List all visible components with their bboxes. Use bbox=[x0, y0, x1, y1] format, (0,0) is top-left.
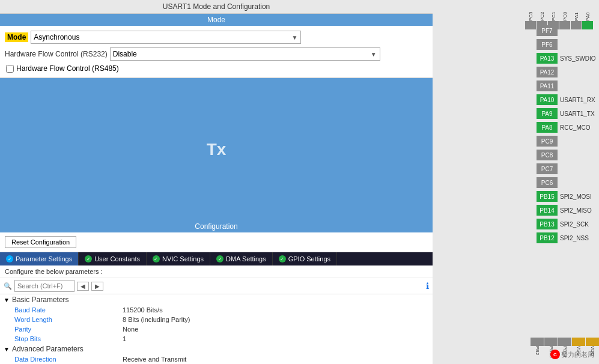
prev-result-button[interactable]: ◀ bbox=[77, 282, 89, 291]
pin-pa8: PA8 RCC_MCO bbox=[521, 121, 599, 134]
pin-pa10-box: PA10 bbox=[537, 94, 558, 105]
info-icon[interactable]: ℹ bbox=[426, 281, 429, 291]
pin-pb12: PB12 SPI2_NSS bbox=[521, 231, 599, 244]
table-row: Baud Rate 115200 Bits/s bbox=[0, 305, 433, 315]
tab-icon-gpio-settings: ✓ bbox=[279, 255, 286, 262]
pin-pa13-label: SYS_SWDIO bbox=[560, 55, 599, 62]
mode-select-wrapper[interactable]: Asynchronous ▼ bbox=[31, 31, 301, 44]
pin-bottom-pb10-box bbox=[544, 338, 558, 346]
search-magnifier-icon: 🔍 bbox=[4, 282, 12, 290]
tabs-bar: ✓ Parameter Settings ✓ User Constants ✓ … bbox=[0, 252, 433, 265]
basic-params-arrow-icon: ▼ bbox=[4, 297, 10, 303]
advanced-params-header[interactable]: ▼ Advanced Parameters bbox=[0, 344, 433, 354]
tab-dma-settings[interactable]: ✓ DMA Settings bbox=[210, 252, 273, 265]
advanced-params-group: ▼ Advanced Parameters Data Direction Rec… bbox=[0, 344, 433, 364]
params-area[interactable]: ▼ Basic Parameters Baud Rate 115200 Bits… bbox=[0, 294, 433, 364]
pin-pc8-box: PC8 bbox=[537, 150, 558, 160]
basic-params-group: ▼ Basic Parameters Baud Rate 115200 Bits… bbox=[0, 294, 433, 344]
pin-pc8: PC8 bbox=[521, 148, 599, 162]
tab-icon-nvic-settings: ✓ bbox=[153, 255, 160, 262]
pin-pa10-label: USART1_RX bbox=[560, 97, 599, 103]
table-row: Data Direction Receive and Transmit bbox=[0, 354, 433, 364]
pin-pa8-label: RCC_MCO bbox=[560, 124, 599, 131]
pin-pb14-label: SPI2_MISO bbox=[560, 207, 599, 214]
pin-pb13-label: SPI2_SCK bbox=[560, 221, 599, 228]
chip-diagram-panel: PC3 PC2 PC1 PC0 PA1 PA0 PF7 P bbox=[433, 0, 599, 364]
tab-icon-dma-settings: ✓ bbox=[216, 255, 223, 262]
advanced-params-arrow-icon: ▼ bbox=[4, 346, 10, 353]
reset-config-button[interactable]: Reset Configuration bbox=[5, 236, 76, 248]
pin-pb14: PB14 SPI2_MISO bbox=[521, 204, 599, 217]
advanced-params-title: Advanced Parameters bbox=[12, 345, 84, 353]
pin-pb13-box: PB13 bbox=[537, 219, 558, 229]
mode-select[interactable]: Asynchronous bbox=[31, 31, 301, 44]
pin-pc9-box: PC9 bbox=[537, 136, 558, 147]
pin-bottom-pb2: PB2 bbox=[531, 338, 544, 364]
flow-control-rs485-row: Hardware Flow Control (RS485) bbox=[6, 64, 428, 73]
baud-rate-label: Baud Rate bbox=[14, 306, 123, 314]
tab-label-parameter-settings: Parameter Settings bbox=[16, 255, 72, 262]
tab-icon-user-constants: ✓ bbox=[85, 255, 92, 262]
pin-pb12-label: SPI2_NSS bbox=[560, 235, 599, 241]
watermark-text: 努力的老周 bbox=[561, 350, 594, 359]
configure-text: Configure the below parameters : bbox=[0, 265, 433, 278]
data-direction-value: Receive and Transmit bbox=[123, 356, 186, 363]
config-section: Configuration Reset Configuration ✓ Para… bbox=[0, 220, 433, 364]
parity-label: Parity bbox=[14, 326, 123, 333]
mode-section: Mode Mode Asynchronous ▼ Hardware Flow C… bbox=[0, 14, 433, 78]
flow-control-select[interactable]: Disable bbox=[110, 47, 380, 61]
word-length-label: Word Length bbox=[14, 316, 123, 323]
pin-pf6: PF6 bbox=[521, 38, 599, 51]
table-row: Stop Bits 1 bbox=[0, 334, 433, 344]
tab-label-gpio-settings: GPIO Settings bbox=[288, 255, 330, 262]
tab-parameter-settings[interactable]: ✓ Parameter Settings bbox=[0, 252, 79, 265]
flow-control-select-wrapper[interactable]: Disable ▼ bbox=[110, 47, 380, 61]
pin-pa11: PA11 bbox=[521, 79, 599, 93]
pin-pb14-box: PB14 bbox=[537, 205, 558, 216]
pin-pa11-box: PA11 bbox=[537, 80, 558, 91]
tab-label-user-constants: User Constants bbox=[94, 255, 140, 262]
pin-bottom-pb11-box bbox=[558, 338, 571, 346]
right-pins: PF7 PF6 PA13 SYS_SWDIO PA12 PA11 PA10 US… bbox=[521, 0, 599, 364]
pin-pb13: PB13 SPI2_SCK bbox=[521, 217, 599, 231]
next-result-button[interactable]: ▶ bbox=[91, 282, 103, 291]
parity-value: None bbox=[123, 326, 138, 333]
table-row: Word Length 8 Bits (including Parity) bbox=[0, 315, 433, 324]
pin-pf6-box: PF6 bbox=[537, 39, 558, 50]
pin-pa12: PA12 bbox=[521, 65, 599, 79]
search-input[interactable] bbox=[14, 280, 74, 292]
rs485-label: Hardware Flow Control (RS485) bbox=[16, 64, 119, 73]
watermark: C 努力的老周 bbox=[550, 350, 594, 359]
tab-user-constants[interactable]: ✓ User Constants bbox=[79, 252, 147, 265]
pin-pc6: PC6 bbox=[521, 176, 599, 189]
tab-nvic-settings[interactable]: ✓ NVIC Settings bbox=[147, 252, 210, 265]
pin-bottom-pb2-label: PB2 bbox=[535, 346, 540, 364]
pin-pc7-box: PC7 bbox=[537, 163, 558, 174]
stop-bits-value: 1 bbox=[123, 335, 126, 342]
rs485-checkbox[interactable] bbox=[6, 65, 14, 73]
pin-pf7: PF7 bbox=[521, 24, 599, 37]
basic-params-title: Basic Parameters bbox=[12, 296, 69, 304]
tab-gpio-settings[interactable]: ✓ GPIO Settings bbox=[273, 252, 337, 265]
tx-label: Tx bbox=[207, 140, 227, 159]
mode-row: Mode Asynchronous ▼ bbox=[5, 31, 428, 44]
pin-bottom-pb2-box bbox=[531, 338, 544, 346]
tab-icon-parameter-settings: ✓ bbox=[6, 255, 13, 262]
flow-control-rs232-label: Hardware Flow Control (RS232) bbox=[5, 50, 108, 58]
pin-pb15-label: SPI2_MOSI bbox=[560, 193, 599, 200]
pin-bottom-vss-box bbox=[572, 338, 585, 346]
pin-pa9-box: PA9 bbox=[537, 108, 558, 119]
pin-pf7-box: PF7 bbox=[537, 25, 558, 36]
pin-pb15-box: PB15 bbox=[537, 191, 558, 202]
reset-bar: Reset Configuration bbox=[0, 232, 433, 252]
table-row: Parity None bbox=[0, 324, 433, 334]
basic-params-header[interactable]: ▼ Basic Parameters bbox=[0, 294, 433, 305]
tab-label-dma-settings: DMA Settings bbox=[226, 255, 266, 262]
search-bar: 🔍 ◀ ▶ ℹ bbox=[0, 278, 433, 294]
pin-pb15: PB15 SPI2_MOSI bbox=[521, 190, 599, 203]
window-title: USART1 Mode and Configuration bbox=[0, 0, 433, 14]
pin-pa10: PA10 USART1_RX bbox=[521, 93, 599, 106]
data-direction-label: Data Direction bbox=[14, 356, 123, 363]
baud-rate-value: 115200 Bits/s bbox=[123, 306, 163, 314]
pin-pa8-box: PA8 bbox=[537, 122, 558, 133]
